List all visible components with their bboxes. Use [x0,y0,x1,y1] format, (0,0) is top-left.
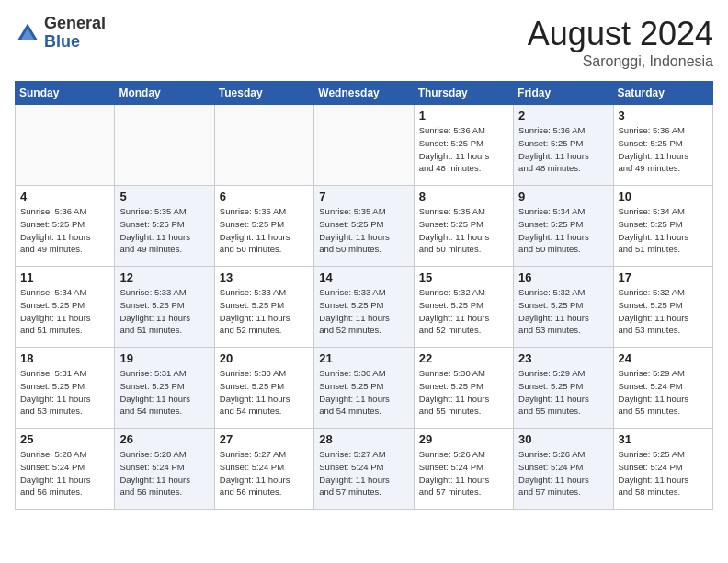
day-number: 5 [119,190,209,203]
day-number: 17 [619,270,708,284]
calendar-cell: 18Sunrise: 5:31 AM Sunset: 5:25 PM Dayli… [16,348,115,429]
calendar-cell: 17Sunrise: 5:32 AM Sunset: 5:25 PM Dayli… [613,267,712,348]
calendar-cell: 7Sunrise: 5:35 AM Sunset: 5:25 PM Daylig… [314,186,414,267]
day-number: 31 [619,432,708,446]
day-info: Sunrise: 5:32 AM Sunset: 5:25 PM Dayligh… [419,286,508,337]
logo-text: General Blue [44,15,106,52]
day-header-friday: Friday [514,82,613,105]
day-number: 27 [220,432,309,446]
day-info: Sunrise: 5:32 AM Sunset: 5:25 PM Dayligh… [619,286,708,337]
day-number: 23 [518,351,608,365]
day-header-sunday: Sunday [16,82,115,105]
day-info: Sunrise: 5:29 AM Sunset: 5:25 PM Dayligh… [518,367,608,418]
day-number: 11 [20,270,109,284]
logo-general: General [44,15,106,33]
calendar-cell: 25Sunrise: 5:28 AM Sunset: 5:24 PM Dayli… [16,429,115,510]
calendar-cell: 26Sunrise: 5:28 AM Sunset: 5:24 PM Dayli… [115,429,214,510]
day-number: 1 [419,109,508,122]
day-number: 6 [220,190,309,203]
day-info: Sunrise: 5:33 AM Sunset: 5:25 PM Dayligh… [220,286,309,337]
day-number: 19 [119,351,209,365]
calendar-cell: 12Sunrise: 5:33 AM Sunset: 5:25 PM Dayli… [115,267,214,348]
calendar-cell: 23Sunrise: 5:29 AM Sunset: 5:25 PM Dayli… [514,348,613,429]
day-header-thursday: Thursday [414,82,513,105]
day-info: Sunrise: 5:28 AM Sunset: 5:24 PM Dayligh… [20,448,109,499]
calendar-cell [314,105,414,186]
calendar-cell: 2Sunrise: 5:36 AM Sunset: 5:25 PM Daylig… [514,105,613,186]
day-info: Sunrise: 5:36 AM Sunset: 5:25 PM Dayligh… [518,124,608,175]
day-info: Sunrise: 5:30 AM Sunset: 5:25 PM Dayligh… [319,367,408,418]
day-info: Sunrise: 5:29 AM Sunset: 5:24 PM Dayligh… [619,367,708,418]
day-info: Sunrise: 5:34 AM Sunset: 5:25 PM Dayligh… [518,205,608,256]
day-number: 18 [20,351,109,365]
calendar-cell: 8Sunrise: 5:35 AM Sunset: 5:25 PM Daylig… [414,186,513,267]
calendar-cell: 6Sunrise: 5:35 AM Sunset: 5:25 PM Daylig… [214,186,313,267]
day-info: Sunrise: 5:27 AM Sunset: 5:24 PM Dayligh… [319,448,408,499]
calendar-cell: 3Sunrise: 5:36 AM Sunset: 5:25 PM Daylig… [613,105,712,186]
day-info: Sunrise: 5:36 AM Sunset: 5:25 PM Dayligh… [619,124,708,175]
day-number: 15 [419,270,508,284]
day-number: 24 [619,351,708,365]
calendar-cell: 22Sunrise: 5:30 AM Sunset: 5:25 PM Dayli… [414,348,513,429]
logo-icon [15,20,40,46]
day-info: Sunrise: 5:32 AM Sunset: 5:25 PM Dayligh… [518,286,608,337]
day-number: 2 [518,109,608,122]
day-number: 3 [619,109,708,122]
day-info: Sunrise: 5:30 AM Sunset: 5:25 PM Dayligh… [419,367,508,418]
day-info: Sunrise: 5:26 AM Sunset: 5:24 PM Dayligh… [419,448,508,499]
day-header-wednesday: Wednesday [314,82,414,105]
logo-blue: Blue [44,33,106,52]
calendar-cell: 14Sunrise: 5:33 AM Sunset: 5:25 PM Dayli… [314,267,414,348]
day-info: Sunrise: 5:36 AM Sunset: 5:25 PM Dayligh… [20,205,109,256]
calendar-week-4: 18Sunrise: 5:31 AM Sunset: 5:25 PM Dayli… [16,348,713,429]
day-info: Sunrise: 5:34 AM Sunset: 5:25 PM Dayligh… [20,286,109,337]
calendar-week-2: 4Sunrise: 5:36 AM Sunset: 5:25 PM Daylig… [16,186,713,267]
day-info: Sunrise: 5:35 AM Sunset: 5:25 PM Dayligh… [319,205,408,256]
day-info: Sunrise: 5:26 AM Sunset: 5:24 PM Dayligh… [518,448,608,499]
calendar-cell: 30Sunrise: 5:26 AM Sunset: 5:24 PM Dayli… [514,429,613,510]
day-number: 16 [518,270,608,284]
calendar-cell: 9Sunrise: 5:34 AM Sunset: 5:25 PM Daylig… [514,186,613,267]
day-number: 8 [419,190,508,203]
calendar-cell: 21Sunrise: 5:30 AM Sunset: 5:25 PM Dayli… [314,348,414,429]
calendar-cell [16,105,115,186]
day-number: 13 [220,270,309,284]
day-info: Sunrise: 5:27 AM Sunset: 5:24 PM Dayligh… [220,448,309,499]
day-info: Sunrise: 5:31 AM Sunset: 5:25 PM Dayligh… [20,367,109,418]
day-number: 22 [419,351,508,365]
calendar-cell: 24Sunrise: 5:29 AM Sunset: 5:24 PM Dayli… [613,348,712,429]
day-info: Sunrise: 5:36 AM Sunset: 5:25 PM Dayligh… [419,124,508,175]
calendar-cell: 31Sunrise: 5:25 AM Sunset: 5:24 PM Dayli… [613,429,712,510]
calendar-week-5: 25Sunrise: 5:28 AM Sunset: 5:24 PM Dayli… [16,429,713,510]
day-header-tuesday: Tuesday [214,82,313,105]
calendar-cell: 29Sunrise: 5:26 AM Sunset: 5:24 PM Dayli… [414,429,513,510]
calendar-cell: 11Sunrise: 5:34 AM Sunset: 5:25 PM Dayli… [16,267,115,348]
page-header: General Blue August 2024 Saronggi, Indon… [15,15,713,70]
day-header-monday: Monday [115,82,214,105]
day-number: 25 [20,432,109,446]
day-number: 21 [319,351,408,365]
day-info: Sunrise: 5:28 AM Sunset: 5:24 PM Dayligh… [119,448,209,499]
day-info: Sunrise: 5:31 AM Sunset: 5:25 PM Dayligh… [119,367,209,418]
logo: General Blue [15,15,106,52]
calendar-cell [115,105,214,186]
day-number: 30 [518,432,608,446]
day-info: Sunrise: 5:35 AM Sunset: 5:25 PM Dayligh… [419,205,508,256]
calendar-cell: 19Sunrise: 5:31 AM Sunset: 5:25 PM Dayli… [115,348,214,429]
day-number: 12 [119,270,209,284]
calendar-cell: 20Sunrise: 5:30 AM Sunset: 5:25 PM Dayli… [214,348,313,429]
day-number: 10 [619,190,708,203]
calendar-cell [214,105,313,186]
day-info: Sunrise: 5:33 AM Sunset: 5:25 PM Dayligh… [119,286,209,337]
day-number: 28 [319,432,408,446]
day-info: Sunrise: 5:35 AM Sunset: 5:25 PM Dayligh… [220,205,309,256]
day-info: Sunrise: 5:33 AM Sunset: 5:25 PM Dayligh… [319,286,408,337]
day-info: Sunrise: 5:25 AM Sunset: 5:24 PM Dayligh… [619,448,708,499]
day-header-saturday: Saturday [613,82,712,105]
calendar-cell: 28Sunrise: 5:27 AM Sunset: 5:24 PM Dayli… [314,429,414,510]
day-info: Sunrise: 5:34 AM Sunset: 5:25 PM Dayligh… [619,205,708,256]
calendar-week-3: 11Sunrise: 5:34 AM Sunset: 5:25 PM Dayli… [16,267,713,348]
calendar-cell: 10Sunrise: 5:34 AM Sunset: 5:25 PM Dayli… [613,186,712,267]
calendar-table: SundayMondayTuesdayWednesdayThursdayFrid… [15,81,713,510]
calendar-week-1: 1Sunrise: 5:36 AM Sunset: 5:25 PM Daylig… [16,105,713,186]
